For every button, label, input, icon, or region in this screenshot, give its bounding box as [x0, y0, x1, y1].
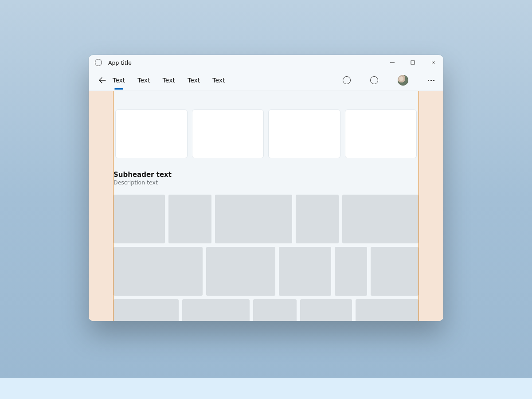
left-margin-guide [89, 91, 113, 321]
tile-item[interactable] [296, 195, 339, 243]
minimize-icon [390, 60, 395, 65]
more-button[interactable] [428, 80, 434, 81]
app-title: App title [108, 59, 132, 66]
tile-row [113, 247, 419, 296]
user-avatar[interactable] [398, 75, 408, 86]
tile-item[interactable] [168, 195, 211, 243]
tile-item[interactable] [371, 247, 419, 296]
content-area[interactable]: Subheader text Description text [113, 91, 419, 321]
card-row [113, 91, 419, 158]
close-icon [431, 60, 435, 65]
tile-item[interactable] [253, 299, 297, 321]
nav-toolbar: Text Text Text Text Text [89, 70, 443, 90]
tile-item[interactable] [182, 299, 250, 321]
tile-item[interactable] [206, 247, 276, 296]
tile-item[interactable] [342, 195, 419, 243]
tile-item[interactable] [113, 195, 165, 243]
action-button-2[interactable] [370, 76, 378, 84]
more-icon [428, 80, 429, 81]
card-item[interactable] [192, 110, 264, 158]
tab-3[interactable]: Text [188, 75, 200, 86]
nav-actions [343, 75, 437, 86]
tile-item[interactable] [356, 299, 419, 321]
card-item[interactable] [345, 110, 417, 158]
tile-item[interactable] [113, 299, 179, 321]
app-window: App title Text Text Text Text Text [89, 55, 443, 321]
tile-row [113, 195, 419, 243]
tile-item[interactable] [335, 247, 367, 296]
minimize-button[interactable] [382, 55, 403, 70]
tile-item[interactable] [215, 195, 292, 243]
tile-row [113, 299, 419, 321]
maximize-icon [411, 60, 415, 65]
maximize-button[interactable] [403, 55, 423, 70]
action-button-1[interactable] [343, 76, 351, 84]
card-item[interactable] [268, 110, 340, 158]
tile-item[interactable] [279, 247, 331, 296]
section-header: Subheader text Description text [113, 158, 419, 188]
back-arrow-icon [99, 77, 106, 84]
right-margin-guide [419, 91, 443, 321]
titlebar: App title [89, 55, 443, 70]
app-icon [95, 59, 102, 66]
tab-1[interactable]: Text [137, 75, 150, 86]
tab-2[interactable]: Text [163, 75, 175, 86]
subheader-title: Subheader text [113, 171, 419, 179]
svg-rect-1 [411, 61, 415, 64]
desktop-taskbar [0, 378, 532, 399]
card-item[interactable] [115, 110, 188, 158]
subheader-description: Description text [113, 179, 419, 186]
tab-0[interactable]: Text [113, 75, 125, 86]
tab-4[interactable]: Text [212, 75, 225, 86]
content-viewport: Subheader text Description text [89, 90, 443, 321]
window-controls [382, 55, 443, 70]
tile-grid [113, 195, 419, 321]
tab-bar: Text Text Text Text Text [113, 70, 225, 90]
close-button[interactable] [423, 55, 443, 70]
tile-item[interactable] [300, 299, 352, 321]
back-button[interactable] [95, 73, 110, 88]
tile-item[interactable] [113, 247, 203, 296]
